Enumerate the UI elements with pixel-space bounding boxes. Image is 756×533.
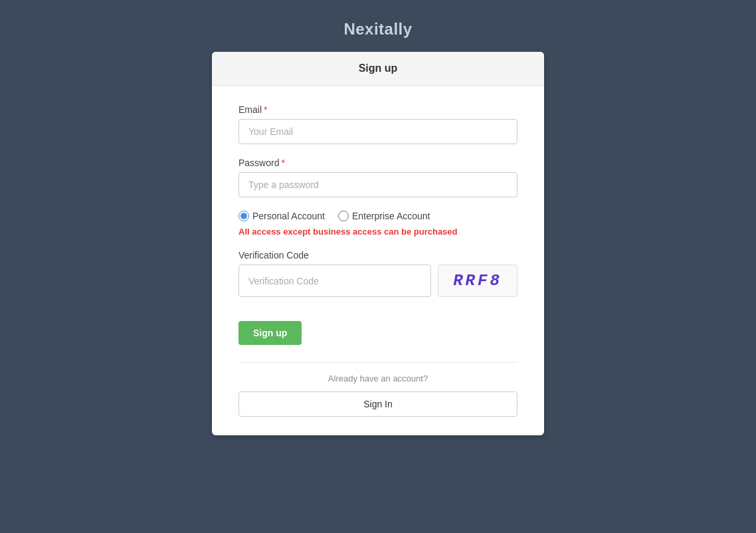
password-required: * bbox=[281, 158, 284, 168]
account-notice: All access except business access can be… bbox=[238, 227, 518, 237]
email-label: Email* bbox=[238, 104, 518, 115]
account-type-group: Personal Account Enterprise Account bbox=[238, 211, 518, 221]
personal-account-radio-label[interactable]: Personal Account bbox=[238, 211, 325, 221]
verification-code-input[interactable] bbox=[238, 265, 431, 297]
verification-group: Verification Code RRF8 bbox=[238, 250, 518, 297]
card-header: Sign up bbox=[212, 52, 544, 86]
password-label: Password* bbox=[238, 158, 518, 168]
divider bbox=[238, 362, 518, 363]
enterprise-account-label: Enterprise Account bbox=[352, 211, 430, 221]
card-body: Email* Password* Personal Account Enterp… bbox=[212, 86, 544, 435]
card-title: Sign up bbox=[359, 62, 398, 74]
already-account-text: Already have an account? bbox=[238, 373, 518, 383]
captcha-text: RRF8 bbox=[453, 272, 502, 290]
signin-button[interactable]: Sign In bbox=[238, 391, 518, 417]
signup-card: Sign up Email* Password* Personal Accoun… bbox=[212, 52, 544, 435]
captcha-box: RRF8 bbox=[438, 265, 518, 297]
personal-account-radio[interactable] bbox=[238, 211, 249, 221]
verification-label: Verification Code bbox=[238, 250, 518, 261]
password-input[interactable] bbox=[238, 172, 518, 197]
signup-button[interactable]: Sign up bbox=[238, 321, 302, 345]
app-title: Nexitally bbox=[343, 20, 412, 39]
email-required: * bbox=[264, 104, 267, 115]
verification-input-group: RRF8 bbox=[238, 265, 518, 297]
password-group: Password* bbox=[238, 158, 518, 197]
enterprise-account-radio-label[interactable]: Enterprise Account bbox=[338, 211, 430, 221]
personal-account-label: Personal Account bbox=[252, 211, 325, 221]
email-group: Email* bbox=[238, 104, 518, 144]
enterprise-account-radio[interactable] bbox=[338, 211, 349, 221]
email-input[interactable] bbox=[238, 119, 518, 144]
